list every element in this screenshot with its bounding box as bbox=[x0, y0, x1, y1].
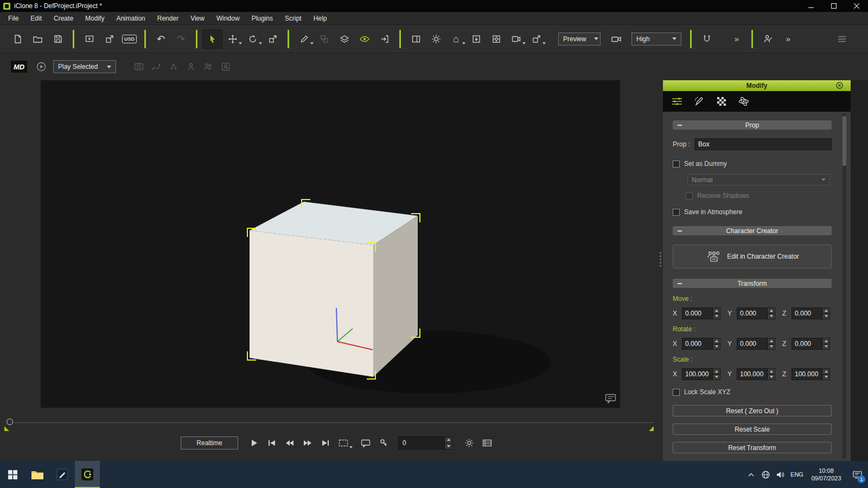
spinner-up-button[interactable] bbox=[713, 338, 720, 344]
playhead-knob[interactable] bbox=[7, 419, 13, 425]
range-start-marker[interactable] bbox=[4, 426, 9, 431]
spinner-up-button[interactable] bbox=[822, 338, 829, 344]
spinner-down-button[interactable] bbox=[713, 313, 720, 319]
pinned-app-button[interactable] bbox=[50, 461, 75, 488]
redo-button[interactable]: ↷ bbox=[171, 29, 191, 49]
add-key-button[interactable] bbox=[377, 436, 390, 450]
menu-view[interactable]: View bbox=[184, 12, 210, 24]
menu-modify[interactable]: Modify bbox=[79, 12, 110, 24]
realtime-button[interactable]: Realtime bbox=[181, 436, 238, 450]
tab-pipeline-tool[interactable] bbox=[692, 94, 706, 108]
lock-scale-checkbox[interactable] bbox=[673, 389, 680, 396]
maximize-button[interactable] bbox=[822, 0, 845, 12]
loop-range-button[interactable] bbox=[337, 436, 350, 450]
tab-physics[interactable] bbox=[737, 94, 751, 108]
tray-overflow-button[interactable] bbox=[744, 461, 758, 488]
render-video-button[interactable] bbox=[79, 29, 99, 49]
preview-dropdown[interactable]: Preview bbox=[558, 33, 601, 46]
move-z-spinner[interactable] bbox=[792, 307, 830, 319]
edit-in-character-creator-button[interactable]: Edit in Character Creator bbox=[673, 245, 832, 268]
new-project-button[interactable] bbox=[8, 29, 28, 49]
character-grid-button[interactable] bbox=[217, 58, 234, 75]
dock-panel-button[interactable] bbox=[406, 29, 426, 49]
render-camera-button[interactable] bbox=[606, 29, 626, 49]
reset-scale-button[interactable]: Reset Scale bbox=[673, 423, 832, 435]
usd-export-button[interactable]: USD bbox=[119, 29, 139, 49]
character-button[interactable] bbox=[182, 58, 200, 75]
viewport-comment-button[interactable] bbox=[605, 394, 617, 404]
minimize-button[interactable] bbox=[800, 0, 822, 12]
transform-section-header[interactable]: Transform bbox=[673, 279, 832, 288]
spinner-down-button[interactable] bbox=[713, 374, 720, 380]
character-creator-section-header[interactable]: Character Creator bbox=[673, 226, 832, 235]
play-mode-dropdown[interactable]: Play Selected bbox=[53, 60, 116, 73]
face-camera-button[interactable] bbox=[130, 58, 148, 75]
receive-shadows-checkbox[interactable] bbox=[686, 192, 693, 200]
focus-object-button[interactable] bbox=[486, 29, 506, 49]
align-button[interactable] bbox=[314, 29, 334, 49]
move-x-input[interactable] bbox=[682, 308, 712, 319]
export-button[interactable] bbox=[99, 29, 119, 49]
menu-window[interactable]: Window bbox=[210, 12, 246, 24]
close-button[interactable] bbox=[845, 0, 868, 12]
reset-transform-button[interactable]: Reset Transform bbox=[673, 442, 832, 453]
scale-y-spinner[interactable] bbox=[737, 368, 775, 380]
scale-y-input[interactable] bbox=[737, 369, 767, 380]
timeline-panel-button[interactable] bbox=[481, 436, 494, 450]
light-button[interactable] bbox=[426, 29, 446, 49]
open-project-button[interactable] bbox=[28, 29, 48, 49]
import-content-button[interactable] bbox=[466, 29, 486, 49]
panel-menu-button[interactable] bbox=[832, 29, 852, 49]
menu-create[interactable]: Create bbox=[48, 12, 79, 24]
move-tool-button[interactable] bbox=[222, 29, 242, 49]
previous-frame-button[interactable] bbox=[283, 436, 296, 450]
spinner-up-button[interactable] bbox=[768, 338, 775, 344]
range-end-marker[interactable] bbox=[649, 426, 654, 431]
rotate-y-input[interactable] bbox=[737, 338, 767, 349]
spinner-up-button[interactable] bbox=[822, 369, 829, 374]
scale-tool-button[interactable] bbox=[263, 29, 283, 49]
go-to-end-button[interactable] bbox=[319, 436, 332, 450]
panel-scrollbar-thumb[interactable] bbox=[843, 116, 846, 166]
spinner-down-button[interactable] bbox=[822, 313, 829, 319]
light-toggle-button[interactable] bbox=[463, 436, 476, 450]
panel-scrollbar[interactable] bbox=[843, 114, 846, 459]
spinner-up-button[interactable] bbox=[445, 437, 452, 443]
start-button[interactable] bbox=[0, 461, 25, 488]
tab-material[interactable] bbox=[714, 94, 729, 108]
menu-animation[interactable]: Animation bbox=[110, 12, 151, 24]
comment-button[interactable] bbox=[359, 436, 372, 450]
modify-panel-header[interactable]: Modify bbox=[663, 80, 851, 91]
rotate-x-input[interactable] bbox=[682, 338, 712, 349]
visibility-button[interactable] bbox=[354, 29, 374, 49]
scale-x-spinner[interactable] bbox=[682, 368, 720, 380]
menu-script[interactable]: Script bbox=[279, 12, 308, 24]
timeline-track[interactable] bbox=[14, 422, 654, 423]
spinner-up-button[interactable] bbox=[822, 308, 829, 313]
select-tool-button[interactable] bbox=[202, 29, 222, 49]
set-as-dummy-checkbox[interactable] bbox=[673, 160, 680, 168]
rotate-y-spinner[interactable] bbox=[737, 338, 775, 350]
rotate-z-input[interactable] bbox=[792, 338, 822, 349]
menu-render[interactable]: Render bbox=[151, 12, 184, 24]
spinner-down-button[interactable] bbox=[822, 344, 829, 350]
next-frame-button[interactable] bbox=[301, 436, 314, 450]
move-z-input[interactable] bbox=[792, 308, 822, 319]
language-indicator[interactable]: ENG bbox=[788, 471, 806, 478]
spinner-down-button[interactable] bbox=[768, 374, 775, 380]
toolbar-overflow-button-2[interactable]: » bbox=[778, 29, 798, 49]
notification-center-button[interactable]: 1 bbox=[846, 461, 868, 488]
move-y-spinner[interactable] bbox=[737, 307, 775, 319]
crowd-button[interactable] bbox=[200, 58, 217, 75]
spinner-up-button[interactable] bbox=[713, 308, 720, 313]
spinner-up-button[interactable] bbox=[768, 369, 775, 374]
volume-button[interactable] bbox=[773, 461, 788, 488]
undo-button[interactable]: ↶ bbox=[151, 29, 171, 49]
scene-space-button[interactable] bbox=[526, 29, 546, 49]
network-button[interactable] bbox=[758, 461, 773, 488]
spinner-up-button[interactable] bbox=[768, 308, 775, 313]
motion-live-button[interactable] bbox=[758, 29, 778, 49]
move-x-spinner[interactable] bbox=[682, 307, 720, 319]
quality-dropdown[interactable]: High bbox=[631, 33, 681, 46]
save-project-button[interactable] bbox=[48, 29, 68, 49]
